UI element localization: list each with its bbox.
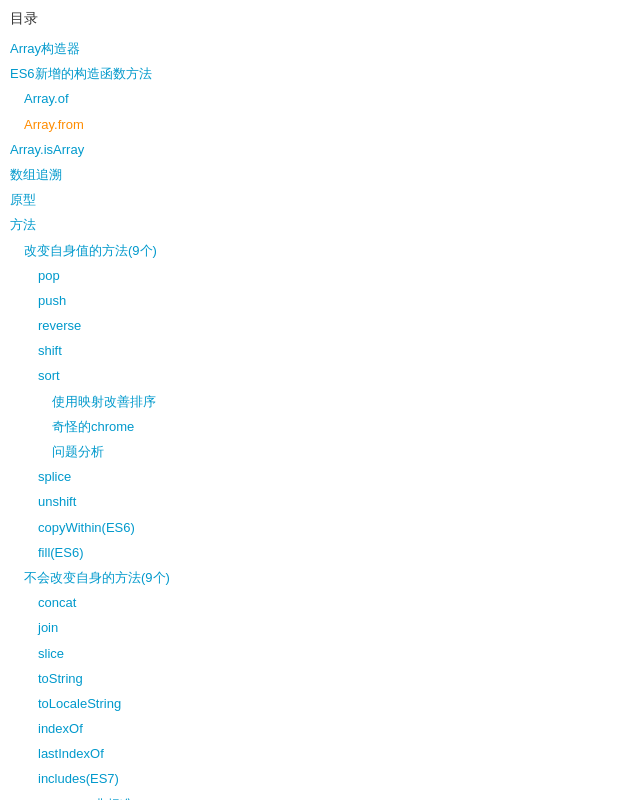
toc-item-copywithin[interactable]: copyWithin(ES6) (10, 515, 610, 540)
toc-item-sort[interactable]: sort (10, 363, 610, 388)
toc-link-reverse[interactable]: reverse (38, 318, 81, 333)
toc-item-tosource[interactable]: toSource(非标准) (10, 792, 610, 800)
toc-link-tolocalestring[interactable]: toLocaleString (38, 696, 121, 711)
toc-item-indexof[interactable]: indexOf (10, 716, 610, 741)
toc-link-push[interactable]: push (38, 293, 66, 308)
toc-item-array-isarray[interactable]: Array.isArray (10, 137, 610, 162)
toc-link-pop[interactable]: pop (38, 268, 60, 283)
toc-link-slice[interactable]: slice (38, 646, 64, 661)
toc-item-slice[interactable]: slice (10, 641, 610, 666)
toc-item-push[interactable]: push (10, 288, 610, 313)
toc-item-concat[interactable]: concat (10, 590, 610, 615)
toc-item-shiyonghuitiao[interactable]: 使用映射改善排序 (10, 389, 610, 414)
toc-link-es6-constructors[interactable]: ES6新增的构造函数方法 (10, 66, 152, 81)
toc-link-shiyonghuitiao[interactable]: 使用映射改善排序 (52, 394, 156, 409)
toc-link-array-from[interactable]: Array.from (24, 117, 84, 132)
toc-link-tostring[interactable]: toString (38, 671, 83, 686)
toc-item-pop[interactable]: pop (10, 263, 610, 288)
toc-link-fill[interactable]: fill(ES6) (38, 545, 84, 560)
toc-link-sort[interactable]: sort (38, 368, 60, 383)
toc-item-lastindexof[interactable]: lastIndexOf (10, 741, 610, 766)
toc-item-yuanxing[interactable]: 原型 (10, 187, 610, 212)
toc-container: 目录 Array构造器ES6新增的构造函数方法Array.ofArray.fro… (0, 0, 620, 800)
toc-link-unshift[interactable]: unshift (38, 494, 76, 509)
toc-item-fill[interactable]: fill(ES6) (10, 540, 610, 565)
toc-item-shift[interactable]: shift (10, 338, 610, 363)
toc-item-array-of[interactable]: Array.of (10, 86, 610, 111)
toc-item-fangfa[interactable]: 方法 (10, 212, 610, 237)
toc-item-array-constructor[interactable]: Array构造器 (10, 36, 610, 61)
toc-link-array-isarray[interactable]: Array.isArray (10, 142, 84, 157)
toc-item-reverse[interactable]: reverse (10, 313, 610, 338)
toc-list: Array构造器ES6新增的构造函数方法Array.ofArray.fromAr… (10, 36, 610, 800)
toc-link-array-of[interactable]: Array.of (24, 91, 69, 106)
toc-title: 目录 (10, 10, 610, 28)
toc-link-bugaibian9[interactable]: 不会改变自身的方法(9个) (24, 570, 170, 585)
toc-link-qiguai-chrome[interactable]: 奇怪的chrome (52, 419, 134, 434)
toc-link-splice[interactable]: splice (38, 469, 71, 484)
toc-item-shujuzhuisuo[interactable]: 数组追溯 (10, 162, 610, 187)
toc-item-tostring[interactable]: toString (10, 666, 610, 691)
toc-item-join[interactable]: join (10, 615, 610, 640)
toc-link-yuanxing[interactable]: 原型 (10, 192, 36, 207)
toc-link-fangfa[interactable]: 方法 (10, 217, 36, 232)
toc-link-includes[interactable]: includes(ES7) (38, 771, 119, 786)
toc-item-es6-constructors[interactable]: ES6新增的构造函数方法 (10, 61, 610, 86)
toc-item-wenti-fenxi[interactable]: 问题分析 (10, 439, 610, 464)
toc-item-tolocalestring[interactable]: toLocaleString (10, 691, 610, 716)
toc-item-bugaibian9[interactable]: 不会改变自身的方法(9个) (10, 565, 610, 590)
toc-link-concat[interactable]: concat (38, 595, 76, 610)
toc-link-array-constructor[interactable]: Array构造器 (10, 41, 80, 56)
toc-link-shujuzhuisuo[interactable]: 数组追溯 (10, 167, 62, 182)
toc-link-join[interactable]: join (38, 620, 58, 635)
toc-link-lastindexof[interactable]: lastIndexOf (38, 746, 104, 761)
toc-link-indexof[interactable]: indexOf (38, 721, 83, 736)
toc-item-includes[interactable]: includes(ES7) (10, 766, 610, 791)
toc-link-shift[interactable]: shift (38, 343, 62, 358)
toc-link-gaibianself9[interactable]: 改变自身值的方法(9个) (24, 243, 157, 258)
toc-item-gaibianself9[interactable]: 改变自身值的方法(9个) (10, 238, 610, 263)
toc-item-unshift[interactable]: unshift (10, 489, 610, 514)
toc-item-splice[interactable]: splice (10, 464, 610, 489)
toc-link-wenti-fenxi[interactable]: 问题分析 (52, 444, 104, 459)
toc-item-qiguai-chrome[interactable]: 奇怪的chrome (10, 414, 610, 439)
toc-link-tosource[interactable]: toSource(非标准) (38, 797, 138, 800)
toc-link-copywithin[interactable]: copyWithin(ES6) (38, 520, 135, 535)
toc-item-array-from[interactable]: Array.from (10, 112, 610, 137)
